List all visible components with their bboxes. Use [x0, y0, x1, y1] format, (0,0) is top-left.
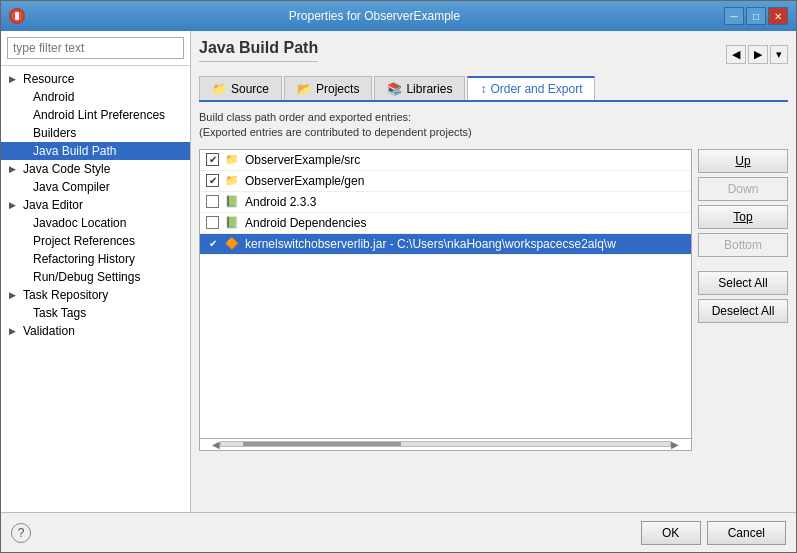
checkbox-android-deps[interactable] — [206, 216, 219, 229]
sidebar-item-java-build-path[interactable]: Java Build Path — [1, 142, 190, 160]
source-tab-icon: 📁 — [212, 82, 227, 96]
scroll-thumb — [243, 442, 400, 446]
top-button[interactable]: Top — [698, 205, 788, 229]
title-controls: ─ □ ✕ — [724, 7, 788, 25]
sidebar-item-label-task-repository: Task Repository — [23, 288, 108, 302]
nav-dropdown-button[interactable]: ▾ — [770, 45, 788, 64]
tab-libraries-label: Libraries — [406, 82, 452, 96]
sidebar-item-android[interactable]: Android — [1, 88, 190, 106]
sidebar-item-label-java-code-style: Java Code Style — [23, 162, 110, 176]
list-buttons-area: ✔ 📁 ObserverExample/src ✔ 📁 ObserverExam… — [199, 149, 788, 504]
main-panel: Java Build Path ◀ ▶ ▾ 📁 Source 📂 Project… — [191, 31, 796, 512]
sidebar-item-java-compiler[interactable]: Java Compiler — [1, 178, 190, 196]
jar-icon: 🔶 — [225, 237, 239, 250]
sidebar-item-run-debug[interactable]: Run/Debug Settings — [1, 268, 190, 286]
sidebar-item-resource[interactable]: ▶ Resource — [1, 70, 190, 88]
sidebar-item-builders[interactable]: Builders — [1, 124, 190, 142]
tab-order-export-label: Order and Export — [490, 82, 582, 96]
horizontal-scrollbar[interactable]: ◀ ▶ — [199, 439, 692, 451]
deselect-all-button[interactable]: Deselect All — [698, 299, 788, 323]
title-bar: Properties for ObserverExample ─ □ ✕ — [1, 1, 796, 31]
folder-src-icon: 📁 — [225, 153, 239, 166]
order-export-tab-icon: ↕ — [480, 82, 486, 96]
list-item-observer-src[interactable]: ✔ 📁 ObserverExample/src — [200, 150, 691, 171]
list-item-kernelswitch[interactable]: ✔ 🔶 kernelswitchobserverlib.jar - C:\Use… — [200, 234, 691, 255]
description-line1: Build class path order and exported entr… — [199, 110, 788, 125]
select-all-button[interactable]: Select All — [698, 271, 788, 295]
panel-toolbar: Java Build Path ◀ ▶ ▾ — [199, 39, 788, 70]
up-button[interactable]: Up — [698, 149, 788, 173]
sidebar-item-label-validation: Validation — [23, 324, 75, 338]
side-buttons: Up Down Top Bottom Select All Deselect A… — [698, 149, 788, 504]
expand-arrow-code-style: ▶ — [9, 164, 19, 174]
sidebar-item-label-task-tags: Task Tags — [33, 306, 86, 320]
entries-list: ✔ 📁 ObserverExample/src ✔ 📁 ObserverExam… — [199, 149, 692, 439]
sidebar-item-task-repository[interactable]: ▶ Task Repository — [1, 286, 190, 304]
description-text: Build class path order and exported entr… — [199, 110, 788, 141]
window-title: Properties for ObserverExample — [25, 9, 724, 23]
tab-source-label: Source — [231, 82, 269, 96]
scroll-right-arrow[interactable]: ▶ — [671, 439, 679, 450]
sidebar-item-label-android: Android — [33, 90, 74, 104]
sidebar-item-label-project-refs: Project References — [33, 234, 135, 248]
entry-text-observer-gen: ObserverExample/gen — [245, 174, 364, 188]
sidebar-item-label-refactoring: Refactoring History — [33, 252, 135, 266]
entry-text-android-233: Android 2.3.3 — [245, 195, 316, 209]
content-area: ▶ Resource Android Android Lint Preferen… — [1, 31, 796, 512]
button-spacer — [698, 261, 788, 267]
search-box — [1, 31, 190, 66]
tabs-bar: 📁 Source 📂 Projects 📚 Libraries ↕ Order … — [199, 76, 788, 102]
scroll-left-arrow[interactable]: ◀ — [212, 439, 220, 450]
tab-libraries[interactable]: 📚 Libraries — [374, 76, 465, 100]
list-item-android-deps[interactable]: 📗 Android Dependencies — [200, 213, 691, 234]
tab-projects-label: Projects — [316, 82, 359, 96]
sidebar-item-javadoc[interactable]: Javadoc Location — [1, 214, 190, 232]
list-item-observer-gen[interactable]: ✔ 📁 ObserverExample/gen — [200, 171, 691, 192]
panel-title: Java Build Path — [199, 39, 318, 62]
footer-right: OK Cancel — [641, 521, 786, 545]
sidebar-item-java-editor[interactable]: ▶ Java Editor — [1, 196, 190, 214]
list-item-android-233[interactable]: 📗 Android 2.3.3 — [200, 192, 691, 213]
expand-arrow-validation: ▶ — [9, 326, 19, 336]
help-button[interactable]: ? — [11, 523, 31, 543]
nav-arrows: ◀ ▶ ▾ — [726, 45, 788, 64]
tree-area: ▶ Resource Android Android Lint Preferen… — [1, 66, 190, 512]
entry-text-android-deps: Android Dependencies — [245, 216, 366, 230]
ok-button[interactable]: OK — [641, 521, 701, 545]
tab-projects[interactable]: 📂 Projects — [284, 76, 372, 100]
minimize-button[interactable]: ─ — [724, 7, 744, 25]
scroll-track — [220, 441, 671, 447]
checkbox-android-233[interactable] — [206, 195, 219, 208]
down-button[interactable]: Down — [698, 177, 788, 201]
tab-order-export[interactable]: ↕ Order and Export — [467, 76, 595, 100]
sidebar-item-task-tags[interactable]: Task Tags — [1, 304, 190, 322]
sidebar-item-project-refs[interactable]: Project References — [1, 232, 190, 250]
folder-gen-icon: 📁 — [225, 174, 239, 187]
checkbox-kernelswitch[interactable]: ✔ — [206, 237, 219, 250]
entries-container: ✔ 📁 ObserverExample/src ✔ 📁 ObserverExam… — [199, 149, 692, 504]
checkbox-observer-gen[interactable]: ✔ — [206, 174, 219, 187]
cancel-button[interactable]: Cancel — [707, 521, 786, 545]
search-input[interactable] — [7, 37, 184, 59]
sidebar-item-label-run-debug: Run/Debug Settings — [33, 270, 140, 284]
expand-arrow-editor: ▶ — [9, 200, 19, 210]
libraries-tab-icon: 📚 — [387, 82, 402, 96]
close-button[interactable]: ✕ — [768, 7, 788, 25]
projects-tab-icon: 📂 — [297, 82, 312, 96]
sidebar-item-android-lint[interactable]: Android Lint Preferences — [1, 106, 190, 124]
sidebar-item-label-java-compiler: Java Compiler — [33, 180, 110, 194]
sidebar-item-label-builders: Builders — [33, 126, 76, 140]
window-icon — [9, 8, 25, 24]
expand-arrow-task-repository: ▶ — [9, 290, 19, 300]
bottom-button[interactable]: Bottom — [698, 233, 788, 257]
tab-source[interactable]: 📁 Source — [199, 76, 282, 100]
sidebar-item-java-code-style[interactable]: ▶ Java Code Style — [1, 160, 190, 178]
title-bar-left — [9, 8, 25, 24]
sidebar-item-refactoring[interactable]: Refactoring History — [1, 250, 190, 268]
checkbox-observer-src[interactable]: ✔ — [206, 153, 219, 166]
maximize-button[interactable]: □ — [746, 7, 766, 25]
back-button[interactable]: ◀ — [726, 45, 746, 64]
sidebar-item-validation[interactable]: ▶ Validation — [1, 322, 190, 340]
forward-button[interactable]: ▶ — [748, 45, 768, 64]
main-window: Properties for ObserverExample ─ □ ✕ ▶ R… — [0, 0, 797, 553]
